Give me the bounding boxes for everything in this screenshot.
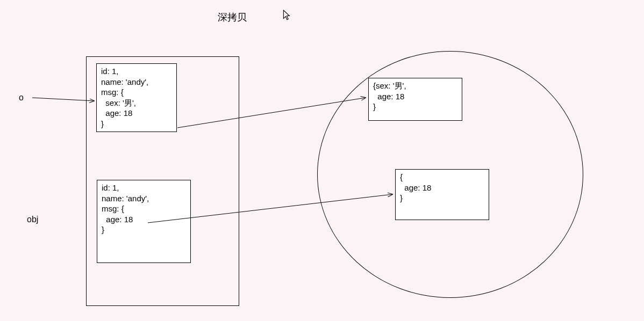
code-box-msg-copy: {sex: '男', age: 18 } (368, 78, 462, 121)
code-box-obj: id: 1, name: 'andy', msg: { age: 18 } (97, 180, 191, 263)
diagram-title: 深拷贝 (218, 11, 247, 24)
code-box-o: id: 1, name: 'andy', msg: { sex: '男', ag… (96, 63, 177, 132)
cursor-icon (282, 10, 292, 21)
label-o: o (19, 93, 24, 103)
code-box-age-copy: { age: 18 } (395, 169, 489, 220)
label-obj: obj (27, 215, 38, 224)
arrow-o-to-box (32, 98, 94, 101)
